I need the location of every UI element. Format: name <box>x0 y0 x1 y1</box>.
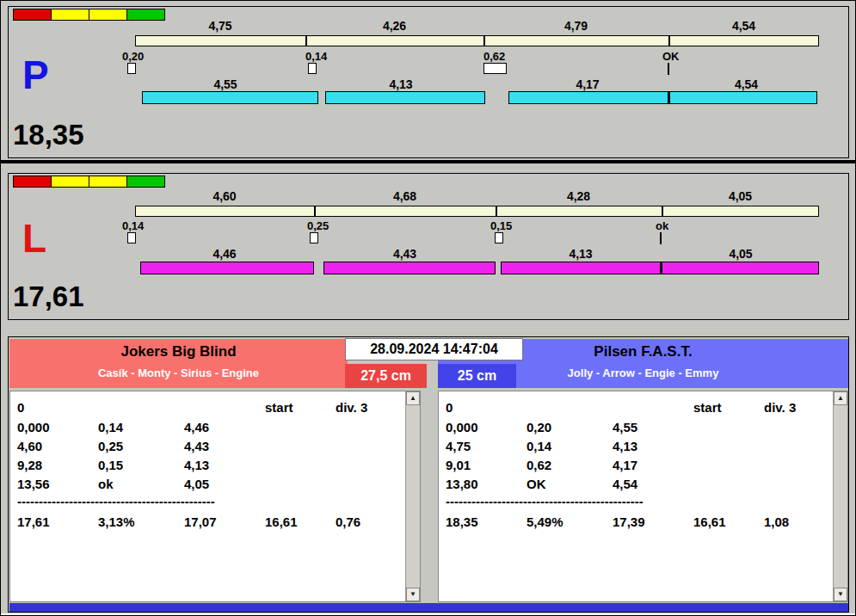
table-cell: 16,61 <box>693 514 726 529</box>
scroll-up-button[interactable]: ▲ <box>834 391 847 405</box>
team-name: Jokers Big Blind <box>9 339 348 360</box>
pass-gap-box <box>495 232 503 243</box>
panel-separator <box>1 160 856 163</box>
table-cell: 4,13 <box>184 458 209 472</box>
split-time-label: 4,54 <box>668 19 819 33</box>
table-separator: ----------------------------------------… <box>17 494 215 508</box>
table-cell: 0,62 <box>527 458 551 472</box>
scroll-down-button[interactable]: ▼ <box>406 588 420 601</box>
lane-letter-l: L <box>22 219 46 258</box>
pass-ok-tick <box>668 63 669 75</box>
table-cell: 0,14 <box>527 439 551 453</box>
table-cell: 0 <box>446 400 453 415</box>
dog-time-label: 4,05 <box>662 247 819 261</box>
table-cell: 16,61 <box>265 514 298 529</box>
lane-total: 18,35 <box>13 119 84 151</box>
dog-time-segment <box>669 91 817 104</box>
split-time-label: 4,68 <box>314 189 496 203</box>
table-cell: 4,60 <box>17 439 42 453</box>
table-cell: 18,35 <box>446 514 478 529</box>
split-bar-divider <box>305 36 307 46</box>
dog-time-segment <box>323 262 496 274</box>
scroll-up-icon: ▲ <box>837 394 844 402</box>
table-cell: 0,000 <box>446 420 478 434</box>
scroll-up-icon: ▲ <box>410 394 416 402</box>
table-cell: 13,56 <box>17 477 50 491</box>
timing-window: P 4,75 4,26 4,79 4,54 0,20 0,14 0,62 OK … <box>0 0 856 616</box>
table-cell: 1,08 <box>764 514 789 529</box>
status-light <box>126 176 165 188</box>
table-cell: 0,14 <box>98 420 123 434</box>
table-cell: ok <box>98 477 114 491</box>
scroll-up-button[interactable]: ▲ <box>406 391 420 405</box>
jump-height-right: 25 cm <box>438 364 516 388</box>
split-time-label: 4,60 <box>135 189 314 203</box>
dog-time-label: 4,43 <box>317 247 493 261</box>
table-cell: 5,49% <box>527 514 563 529</box>
lane-panel-l: L 4,60 4,68 4,28 4,05 0,14 0,25 0,15 ok … <box>8 173 849 320</box>
scrollbar[interactable]: ▲ ▼ <box>405 391 420 601</box>
table-cell: 4,54 <box>613 477 637 491</box>
dog-segment-divider <box>660 262 662 274</box>
table-cell: 4,17 <box>613 458 637 472</box>
dog-time-label: 4,54 <box>671 77 822 91</box>
split-bar <box>135 206 819 217</box>
status-light <box>89 9 127 21</box>
table-cell: start <box>265 400 293 415</box>
table-cell: 17,39 <box>613 514 645 529</box>
table-cell: OK <box>527 477 546 491</box>
pass-time-label: 0,20 <box>122 50 157 63</box>
dog-time-label: 4,46 <box>135 247 314 261</box>
split-time-label: 4,28 <box>496 189 662 203</box>
pass-gap-box <box>483 63 507 74</box>
table-cell: 4,75 <box>446 439 471 453</box>
status-light <box>51 9 89 21</box>
dog-time-label: 4,17 <box>503 77 672 91</box>
table-cell: 0,000 <box>17 420 50 434</box>
pass-time-label: 0,62 <box>483 50 518 63</box>
lane-total: 17,61 <box>13 280 84 313</box>
dog-segment-divider <box>668 91 670 104</box>
scroll-down-button[interactable]: ▼ <box>834 588 847 601</box>
scroll-down-icon: ▼ <box>837 590 844 598</box>
team-header-left: Jokers Big Blind Casík - Monty - Sirius … <box>9 339 348 388</box>
split-bar-divider <box>668 36 670 46</box>
dog-time-segment <box>140 262 314 274</box>
lane-letter-p: P <box>22 55 49 95</box>
scroll-down-icon: ▼ <box>410 590 416 598</box>
table-cell: 3,13% <box>98 514 135 529</box>
dog-time-label: 4,55 <box>135 77 316 91</box>
pass-time-label: 0,15 <box>490 219 525 232</box>
dog-time-segment <box>662 262 819 274</box>
pass-gap-box <box>308 63 317 74</box>
table-cell: 4,46 <box>184 420 209 434</box>
split-time-label: 4,05 <box>662 189 819 203</box>
table-cell: div. 3 <box>336 400 367 415</box>
split-time-label: 4,75 <box>135 19 305 33</box>
bottom-status-bar <box>9 603 848 612</box>
dog-time-label: 4,13 <box>316 77 486 91</box>
dog-time-label: 4,13 <box>499 247 662 261</box>
table-cell: 0,20 <box>527 420 551 434</box>
pass-gap-box <box>127 232 136 243</box>
lane-panel-p: P 4,75 4,26 4,79 4,54 0,20 0,14 0,62 OK … <box>8 6 849 158</box>
status-light <box>89 176 127 188</box>
split-bar-divider <box>496 206 497 216</box>
team-dogs: Casík - Monty - Sirius - Engine <box>9 367 348 379</box>
table-cell: 17,61 <box>17 514 50 529</box>
split-bar-divider <box>483 36 485 46</box>
table-cell: 0,76 <box>336 514 360 529</box>
table-cell: start <box>693 400 722 415</box>
table-cell: 17,07 <box>184 514 217 529</box>
table-separator: ----------------------------------------… <box>446 494 644 508</box>
scrollbar[interactable]: ▲ ▼ <box>833 391 847 601</box>
dog-time-segment <box>325 91 485 104</box>
table-cell: 4,55 <box>613 420 637 434</box>
pass-gap-box <box>310 232 318 243</box>
results-table-right: 0 start div. 3 0,000 0,20 4,55 4,75 0,14… <box>438 391 848 602</box>
table-cell: 0,15 <box>98 458 123 472</box>
pass-time-label: 0,25 <box>307 219 342 232</box>
table-cell: 4,05 <box>184 477 209 491</box>
table-cell: 9,28 <box>17 458 42 472</box>
status-light <box>13 176 52 188</box>
